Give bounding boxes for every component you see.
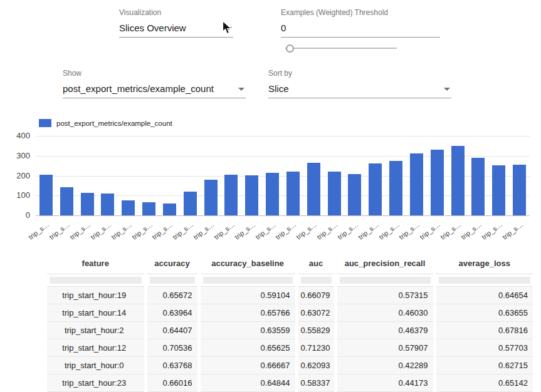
bar-2[interactable] (81, 193, 94, 215)
metric-cell: 0.63072 (297, 304, 335, 322)
metric-cell: 0.67816 (434, 322, 533, 339)
bar-22[interactable] (492, 165, 505, 215)
bar-14[interactable] (328, 172, 341, 215)
feature-cell: trip_start_hour:19 (47, 287, 145, 304)
feature-cell: trip_start_hour:12 (47, 339, 145, 357)
metric-cell: 0.42289 (335, 357, 434, 374)
bar-3[interactable] (101, 193, 114, 215)
column-header-average_loss[interactable]: average_loss (434, 253, 533, 274)
metric-cell: 0.59104 (199, 287, 297, 304)
metric-cell: 0.65766 (199, 304, 297, 322)
filter-cell (47, 274, 145, 287)
metric-cell: 0.63768 (145, 357, 199, 374)
table-header-row: featureaccuracyaccuracy_baselineaucauc_p… (47, 253, 533, 274)
metric-cell: 0.57703 (434, 339, 533, 357)
feature-cell: trip_start_hour:2 (47, 322, 145, 339)
bar-23[interactable] (513, 165, 526, 215)
table-filter-row (47, 274, 533, 287)
table-row[interactable]: trip_start_hour:230.660160.648440.583370… (47, 374, 533, 392)
metric-cell: 0.58337 (297, 374, 335, 392)
gridline (36, 136, 530, 137)
column-header-auc_precision_recall[interactable]: auc_precision_recall (335, 253, 434, 274)
feature-cell: trip_start_hour:23 (47, 374, 145, 392)
filter-input-auc_precision_recall[interactable] (340, 277, 431, 284)
metric-cell: 0.65142 (434, 374, 533, 392)
y-axis-tick-label: 0 (0, 210, 30, 220)
y-axis-tick-label: 100 (0, 190, 30, 200)
bar-19[interactable] (431, 150, 444, 215)
metric-cell: 0.64654 (434, 287, 533, 304)
bar-10[interactable] (245, 175, 258, 215)
filter-cell (434, 274, 533, 287)
mouse-cursor (222, 21, 233, 36)
filter-input-accuracy[interactable] (150, 277, 195, 284)
bar-8[interactable] (204, 180, 218, 215)
metric-cell: 0.64844 (199, 374, 297, 392)
bar-15[interactable] (348, 174, 361, 215)
bar-6[interactable] (163, 204, 176, 215)
slices-overview-chart: 0100200300400trip_s…trip_s…trip_s…trip_s… (0, 0, 541, 250)
column-header-auc[interactable]: auc (297, 253, 335, 274)
filter-input-auc[interactable] (301, 277, 332, 284)
filter-input-accuracy_baseline[interactable] (203, 277, 293, 284)
metrics-table: featureaccuracyaccuracy_baselineaucauc_p… (47, 253, 533, 392)
bar-12[interactable] (286, 172, 300, 215)
metric-cell: 0.62715 (434, 357, 533, 374)
bar-1[interactable] (60, 187, 73, 215)
y-axis-tick-label: 300 (0, 151, 30, 161)
filter-input-feature[interactable] (50, 277, 142, 284)
table-row[interactable]: trip_start_hour:20.644070.635590.558290.… (47, 322, 533, 339)
bar-13[interactable] (307, 163, 320, 215)
filter-cell (199, 274, 297, 287)
metric-cell: 0.44173 (335, 374, 434, 392)
metric-cell: 0.70536 (145, 339, 199, 357)
metric-cell: 0.63559 (199, 322, 297, 339)
bar-11[interactable] (266, 173, 279, 215)
metric-cell: 0.65625 (199, 339, 297, 357)
feature-cell: trip_start_hour:14 (47, 304, 145, 322)
table-row[interactable]: trip_start_hour:120.705360.656250.712300… (47, 339, 533, 357)
metric-cell: 0.65672 (145, 287, 199, 304)
y-axis-tick-label: 200 (0, 171, 30, 181)
metric-cell: 0.64407 (145, 322, 199, 339)
y-axis-tick-label: 400 (0, 131, 30, 141)
column-header-accuracy[interactable]: accuracy (145, 253, 199, 274)
column-header-accuracy_baseline[interactable]: accuracy_baseline (199, 253, 297, 274)
bar-4[interactable] (122, 200, 135, 215)
metric-cell: 0.46030 (335, 304, 434, 322)
metric-cell: 0.63655 (434, 304, 533, 322)
metric-cell: 0.55829 (297, 322, 335, 339)
metric-cell: 0.66667 (199, 357, 297, 374)
feature-cell: trip_start_hour:0 (47, 357, 145, 374)
bar-0[interactable] (39, 175, 53, 215)
column-header-feature[interactable]: feature (47, 253, 145, 274)
metric-cell: 0.62093 (297, 357, 335, 374)
bar-21[interactable] (471, 158, 485, 215)
table-row[interactable]: trip_start_hour:140.639640.657660.630720… (47, 304, 533, 322)
filter-cell (145, 274, 199, 287)
bar-18[interactable] (410, 153, 423, 215)
metric-cell: 0.66016 (145, 374, 199, 392)
bar-7[interactable] (184, 192, 197, 215)
filter-input-average_loss[interactable] (439, 277, 531, 284)
filter-cell (297, 274, 335, 287)
bar-5[interactable] (142, 202, 155, 215)
gridline (36, 215, 530, 216)
metric-cell: 0.57907 (335, 339, 434, 357)
metric-cell: 0.66079 (297, 287, 335, 304)
table-row[interactable]: trip_start_hour:00.637680.666670.620930.… (47, 357, 533, 374)
bar-20[interactable] (451, 146, 465, 215)
metric-cell: 0.71230 (297, 339, 335, 357)
bar-16[interactable] (369, 163, 382, 215)
bar-17[interactable] (389, 161, 402, 215)
metric-cell: 0.63964 (145, 304, 199, 322)
metric-cell: 0.46379 (335, 322, 434, 339)
slicing-metrics-browser: Visualization Slices Overview Examples (… (0, 0, 541, 392)
bar-9[interactable] (224, 175, 238, 215)
filter-cell (335, 274, 434, 287)
metric-cell: 0.57315 (335, 287, 434, 304)
table-row[interactable]: trip_start_hour:190.656720.591040.660790… (47, 287, 533, 304)
